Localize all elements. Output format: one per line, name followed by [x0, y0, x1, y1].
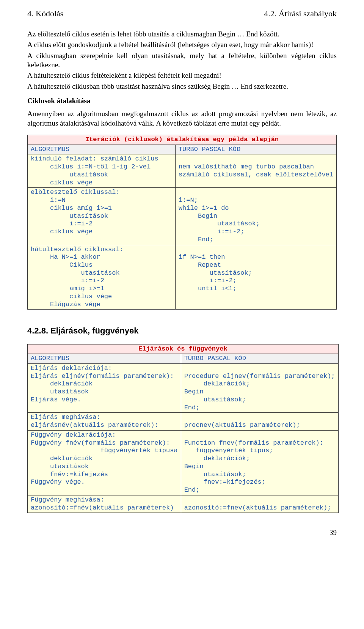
table1-header-left: ALGORITMUS — [28, 145, 176, 154]
paragraph-1: Az elöltesztelő ciklus esetén is lehet t… — [27, 30, 337, 39]
header-left: 4. Kódolás — [27, 8, 63, 19]
table2-r2-left: Eljárás meghívása: eljárásnév(aktuális p… — [28, 413, 181, 430]
paragraph-6: Amennyiben az algoritmusban megfogalmazo… — [27, 109, 337, 128]
table2-title: Eljárások és függvények — [28, 344, 339, 354]
header-right: 4.2. Átírási szabályok — [264, 8, 337, 19]
table1-r2-right: i:=N; while i>=1 do Begin utasítások; i:… — [175, 188, 336, 245]
table2-header-left: ALGORITMUS — [28, 354, 181, 364]
table2-r2-right: procnev(aktuális paraméterek); — [181, 413, 338, 430]
table1-r3-right: if N>=i then Repeat utasítások; i:=i-2; … — [175, 245, 336, 310]
table-procedures: Eljárások és függvények ALGORITMUS TURBO… — [27, 344, 339, 513]
table2-header-right: TURBO PASCAL KÓD — [181, 354, 338, 364]
table2-r3-right: Function fnev(formális paraméterek): füg… — [181, 430, 338, 495]
table1-r1-left: kiinduló feladat: számláló ciklus ciklus… — [28, 154, 176, 188]
paragraph-5: A hátultesztelő ciklusban több utasítást… — [27, 82, 337, 91]
table2-r4-right: azonosító:=fnev(aktuális paraméterek); — [181, 495, 338, 513]
table1-title: Iterációk (ciklusok) átalakítása egy pél… — [28, 135, 337, 145]
table2-r1-right: Procedure eljnev(formális paraméterek); … — [181, 364, 338, 413]
table-iterations: Iterációk (ciklusok) átalakítása egy pél… — [27, 135, 337, 310]
paragraph-3: A ciklusmagban szerepelnie kell olyan ut… — [27, 51, 337, 70]
page-number: 39 — [27, 528, 337, 537]
paragraph-2: A ciklus előtt gondoskodjunk a feltétel … — [27, 40, 337, 49]
table1-r1-right: nem valósítható meg turbo pascalban szám… — [175, 154, 336, 188]
table2-r3-left: Függvény deklarációja: Függvény fnév(for… — [28, 430, 181, 495]
table1-r2-left: elöltesztelő ciklussal: i:=N ciklus amíg… — [28, 188, 176, 245]
table2-r1-left: Eljárás deklarációja: Eljárás eljnév(for… — [28, 364, 181, 413]
table1-header-right: TURBO PASCAL KÓD — [175, 145, 336, 154]
table1-r3-left: hátultesztelő ciklussal: Ha N>=i akkor C… — [28, 245, 176, 310]
table2-r4-left: Függvény meghívása: azonosító:=fnév(aktu… — [28, 495, 181, 513]
section-heading-4-2-8: 4.2.8. Eljárások, függvények — [27, 326, 337, 336]
subheading-ciklusok: Ciklusok átalakítása — [27, 96, 337, 105]
paragraph-4: A hátultesztelő ciklus feltételeként a k… — [27, 71, 337, 80]
